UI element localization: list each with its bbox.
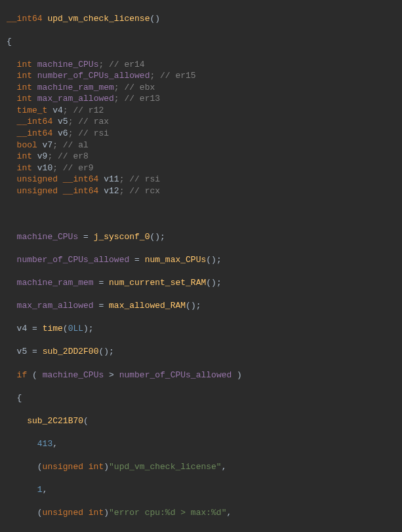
code-line: v4 = time(0LL); — [7, 323, 402, 335]
code-line: int v9; // er8 — [7, 151, 402, 162]
code-line: machine_CPUs = j_sysconf_0(); — [7, 231, 402, 243]
code-line: number_of_CPUs_allowed = num_max_CPUs(); — [7, 254, 402, 266]
code-line: int machine_ram_mem; // ebx — [7, 82, 402, 94]
code-line: __int64 v6; // rsi — [7, 128, 402, 140]
code-line: __int64 upd_vm_check_license() — [7, 13, 402, 25]
code-line — [7, 208, 402, 220]
code-line: machine_ram_mem = num_current_set_RAM(); — [7, 277, 402, 289]
function-name: upd_vm_check_license — [47, 14, 150, 24]
code-line: (unsigned int)"upd_vm_check_license", — [7, 461, 402, 473]
code-line: __int64 v5; // rax — [7, 116, 402, 128]
code-line: unsigned __int64 v12; // rcx — [7, 185, 402, 197]
code-line: sub_2C21B70( — [7, 415, 402, 427]
code-line: time_t v4; // r12 — [7, 105, 402, 117]
code-line: 413, — [7, 438, 402, 450]
code-line: 1, — [7, 484, 402, 496]
code-line: { — [7, 36, 402, 48]
code-line: v5 = sub_2DD2F00(); — [7, 346, 402, 358]
code-line: int number_of_CPUs_allowed; // er15 — [7, 70, 402, 82]
code-line: { — [7, 392, 402, 404]
code-line: unsigned __int64 v11; // rsi — [7, 174, 402, 185]
code-line: int max_ram_allowed; // er13 — [7, 93, 402, 105]
code-line: int v10; // er9 — [7, 162, 402, 174]
code-line: if ( machine_CPUs > number_of_CPUs_allow… — [7, 370, 402, 381]
code-editor: __int64 upd_vm_check_license() { int mac… — [0, 1, 402, 532]
code-line: max_ram_allowed = max_allowed_RAM(); — [7, 300, 402, 312]
code-line: (unsigned int)"error cpu:%d > max:%d", — [7, 507, 402, 519]
code-line: int machine_CPUs; // er14 — [7, 59, 402, 71]
return-type: __int64 — [7, 14, 47, 24]
code-line: bool v7; // al — [7, 140, 402, 151]
